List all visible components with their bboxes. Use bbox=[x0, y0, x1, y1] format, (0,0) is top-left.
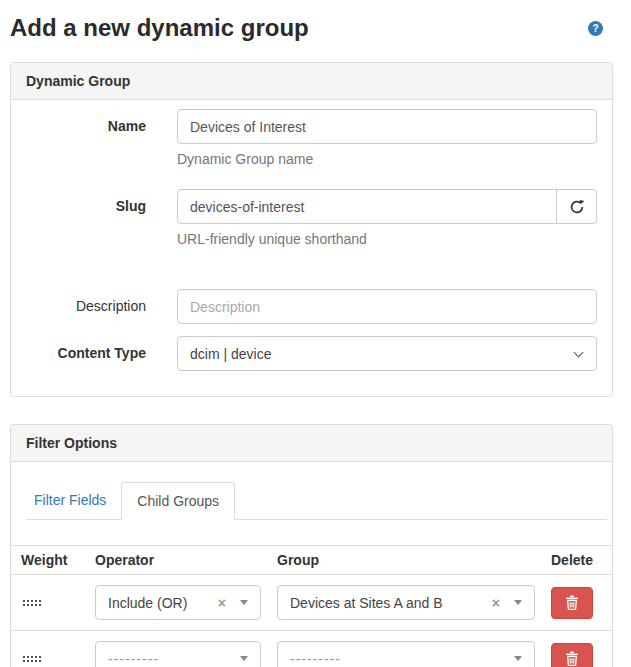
dynamic-group-panel-body: Name Dynamic Group name Slug bbox=[11, 100, 612, 396]
delete-row-button[interactable] bbox=[551, 643, 593, 667]
regenerate-slug-button[interactable] bbox=[557, 189, 597, 224]
table-header-row: Weight Operator Group Delete bbox=[11, 546, 612, 575]
content-type-form-group: Content Type dcim | device bbox=[26, 336, 597, 371]
help-icon[interactable]: ? bbox=[588, 21, 603, 36]
name-form-group: Name Dynamic Group name bbox=[26, 109, 597, 167]
clear-selection-icon[interactable]: × bbox=[492, 596, 500, 610]
dropdown-arrow-icon bbox=[514, 600, 522, 605]
operator-column-header: Operator bbox=[87, 546, 269, 575]
chevron-down-icon bbox=[574, 348, 584, 358]
group-selected-value: Devices at Sites A and B bbox=[290, 595, 492, 611]
filter-tabs: Filter Fields Child Groups bbox=[26, 482, 607, 520]
child-groups-table: Weight Operator Group Delete Include (OR… bbox=[11, 545, 612, 667]
dynamic-group-panel: Dynamic Group Name Dynamic Group name Sl… bbox=[10, 62, 613, 397]
operator-selected-value: --------- bbox=[108, 651, 226, 667]
slug-input[interactable] bbox=[177, 189, 557, 224]
filter-options-panel: Filter Options Filter Fields Child Group… bbox=[10, 424, 613, 667]
description-form-group: Description bbox=[26, 289, 597, 324]
slug-form-group: Slug URL-friendly unique shorthand bbox=[26, 189, 597, 247]
description-input[interactable] bbox=[177, 289, 597, 324]
name-label: Name bbox=[26, 109, 161, 167]
drag-handle-icon[interactable] bbox=[23, 656, 41, 662]
name-input[interactable] bbox=[177, 109, 597, 144]
delete-column-header: Delete bbox=[543, 546, 612, 575]
tab-child-groups[interactable]: Child Groups bbox=[121, 482, 235, 520]
name-help-text: Dynamic Group name bbox=[177, 151, 597, 167]
drag-handle-icon[interactable] bbox=[23, 600, 41, 606]
group-selected-value: --------- bbox=[290, 651, 500, 667]
dropdown-arrow-icon bbox=[514, 656, 522, 661]
filter-tabs-area: Filter Fields Child Groups bbox=[11, 462, 612, 520]
operator-selected-value: Include (OR) bbox=[108, 595, 218, 611]
dropdown-arrow-icon bbox=[240, 600, 248, 605]
group-select[interactable]: Devices at Sites A and B × bbox=[277, 585, 535, 620]
page-title: Add a new dynamic group bbox=[10, 14, 309, 42]
page-header: Add a new dynamic group ? bbox=[10, 14, 613, 42]
refresh-icon bbox=[569, 199, 585, 215]
content-type-select[interactable]: dcim | device bbox=[177, 336, 597, 371]
filter-options-panel-heading: Filter Options bbox=[11, 425, 612, 462]
group-column-header: Group bbox=[269, 546, 543, 575]
slug-label: Slug bbox=[26, 189, 161, 247]
tab-filter-fields[interactable]: Filter Fields bbox=[26, 482, 121, 520]
content-type-label: Content Type bbox=[26, 336, 161, 371]
dynamic-group-panel-heading: Dynamic Group bbox=[11, 63, 612, 100]
description-label: Description bbox=[26, 289, 161, 324]
operator-select[interactable]: Include (OR) × bbox=[95, 585, 261, 620]
operator-select[interactable]: --------- bbox=[95, 641, 261, 667]
table-row: Include (OR) × Devices at Sites A and B … bbox=[11, 575, 612, 631]
content-type-selected-value: dcim | device bbox=[190, 346, 271, 362]
trash-icon bbox=[565, 595, 579, 610]
clear-selection-icon[interactable]: × bbox=[218, 596, 226, 610]
dropdown-arrow-icon bbox=[240, 656, 248, 661]
trash-icon bbox=[565, 651, 579, 666]
weight-column-header: Weight bbox=[11, 546, 87, 575]
delete-row-button[interactable] bbox=[551, 587, 593, 619]
group-select[interactable]: --------- bbox=[277, 641, 535, 667]
slug-help-text: URL-friendly unique shorthand bbox=[177, 231, 597, 247]
table-row: --------- --------- bbox=[11, 631, 612, 667]
